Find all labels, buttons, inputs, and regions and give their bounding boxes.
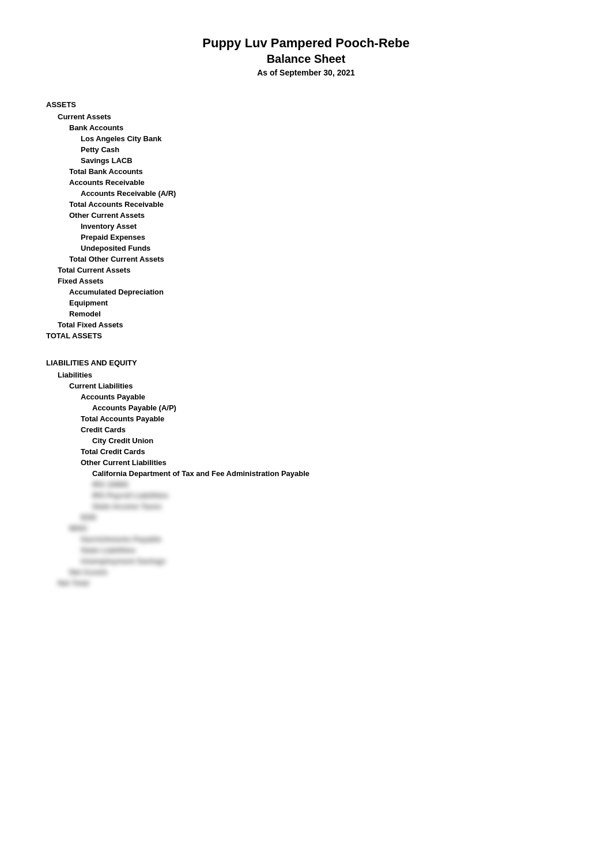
liabilities-label: Liabilities (46, 369, 566, 380)
credit-cards-header: Credit Cards (46, 424, 566, 435)
total-credit-cards-row: Total Credit Cards (46, 446, 566, 457)
blurred-item-9: Net Total (46, 578, 566, 588)
blurred-item-2: State Income Taxes (46, 501, 566, 512)
blurred-item-0: IRS 1099S (46, 479, 566, 490)
accounts-payable-ap-label: Accounts Payable (A/P) (92, 403, 176, 412)
total-assets-row: TOTAL ASSETS (46, 330, 566, 341)
liabilities-section: LIABILITIES AND EQUITY Liabilities Curre… (46, 358, 566, 588)
city-credit-union-label: City Credit Union (92, 436, 153, 445)
total-fixed-assets-row: Total Fixed Assets (46, 319, 566, 330)
prepaid-expenses-label: Prepaid Expenses (81, 233, 145, 241)
los-angeles-city-bank-row: Los Angeles City Bank (46, 133, 566, 144)
total-other-current-assets-label: Total Other Current Assets (69, 255, 164, 263)
blurred-item-4: MISC (46, 523, 566, 534)
other-current-liabilities-label: Other Current Liabilities (81, 458, 167, 467)
assets-label: ASSETS (46, 100, 566, 109)
accounts-receivable-header: Accounts Receivable (46, 177, 566, 188)
assets-section: ASSETS Current Assets Bank Accounts Los … (46, 100, 566, 341)
total-other-current-assets-row: Total Other Current Assets (46, 254, 566, 265)
current-liabilities-label: Current Liabilities (69, 382, 133, 390)
total-accounts-payable-label: Total Accounts Payable (81, 414, 164, 423)
accumulated-depreciation-label: Accumulated Depreciation (69, 288, 164, 296)
current-liabilities-header: Current Liabilities (46, 380, 566, 391)
inventory-asset-row: Inventory Asset (46, 221, 566, 232)
other-current-assets-header: Other Current Assets (46, 210, 566, 221)
accounts-receivable-ar-row: Accounts Receivable (A/R) (46, 188, 566, 199)
credit-cards-label: Credit Cards (81, 425, 126, 434)
accounts-receivable-label: Accounts Receivable (69, 178, 145, 187)
accounts-payable-header: Accounts Payable (46, 391, 566, 402)
savings-lacb-label: Savings LACB (81, 156, 133, 165)
current-assets-label: Current Assets (58, 112, 111, 121)
total-bank-accounts-label: Total Bank Accounts (69, 167, 143, 176)
blurred-item-7: Unemployment Savings (46, 556, 566, 567)
undeposited-funds-row: Undeposited Funds (46, 243, 566, 254)
total-accounts-receivable-label: Total Accounts Receivable (69, 200, 164, 209)
equipment-label: Equipment (69, 299, 108, 307)
report-date: As of September 30, 2021 (46, 68, 566, 77)
total-credit-cards-label: Total Credit Cards (81, 447, 145, 456)
total-assets-label: TOTAL ASSETS (46, 331, 102, 340)
petty-cash-label: Petty Cash (81, 145, 119, 154)
accumulated-depreciation-row: Accumulated Depreciation (46, 286, 566, 297)
inventory-asset-label: Inventory Asset (81, 222, 137, 231)
total-current-assets-label: Total Current Assets (58, 266, 130, 274)
current-assets-header: Current Assets (46, 111, 566, 122)
accounts-payable-ap-row: Accounts Payable (A/P) (46, 402, 566, 413)
prepaid-expenses-row: Prepaid Expenses (46, 232, 566, 243)
petty-cash-row: Petty Cash (46, 144, 566, 155)
other-current-assets-label: Other Current Assets (69, 211, 145, 220)
other-current-liabilities-header: Other Current Liabilities (46, 457, 566, 468)
fixed-assets-header: Fixed Assets (46, 276, 566, 286)
equipment-row: Equipment (46, 297, 566, 308)
blurred-item-5: Garnishments Payable (46, 534, 566, 545)
total-current-assets-row: Total Current Assets (46, 265, 566, 276)
remodel-row: Remodel (46, 308, 566, 319)
california-dept-row: California Department of Tax and Fee Adm… (46, 468, 566, 479)
total-accounts-receivable-row: Total Accounts Receivable (46, 199, 566, 210)
los-angeles-city-bank-label: Los Angeles City Bank (81, 134, 161, 143)
remodel-label: Remodel (69, 310, 101, 318)
city-credit-union-row: City Credit Union (46, 435, 566, 446)
accounts-receivable-ar-label: Accounts Receivable (A/R) (81, 189, 176, 198)
accounts-payable-label: Accounts Payable (81, 393, 145, 401)
total-fixed-assets-label: Total Fixed Assets (58, 320, 123, 329)
liabilities-equity-label: LIABILITIES AND EQUITY (46, 358, 566, 367)
report-header: Puppy Luv Pampered Pooch-Rebe Balance Sh… (46, 35, 566, 77)
bank-accounts-label: Bank Accounts (69, 123, 123, 132)
fixed-assets-label: Fixed Assets (58, 277, 104, 285)
bank-accounts-header: Bank Accounts (46, 122, 566, 133)
undeposited-funds-label: Undeposited Funds (81, 244, 150, 252)
savings-lacb-row: Savings LACB (46, 155, 566, 166)
blurred-item-1: IRS Payroll Liabilities (46, 490, 566, 501)
liabilities-header-label: Liabilities (58, 371, 92, 379)
california-dept-label: California Department of Tax and Fee Adm… (92, 469, 309, 478)
blurred-item-6: State Liabilities (46, 545, 566, 556)
blurred-item-8: Net Assets (46, 567, 566, 578)
total-accounts-payable-row: Total Accounts Payable (46, 413, 566, 424)
blurred-item-3: EDD (46, 512, 566, 523)
company-name: Puppy Luv Pampered Pooch-Rebe (46, 35, 566, 52)
total-bank-accounts-row: Total Bank Accounts (46, 166, 566, 177)
report-title: Balance Sheet (46, 52, 566, 66)
